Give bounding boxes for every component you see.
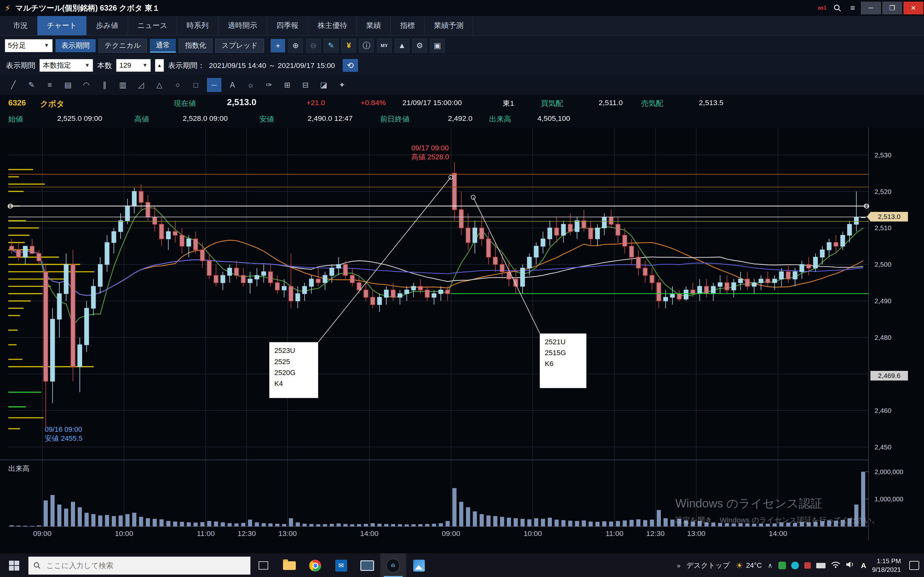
price-change: +21.0 — [306, 98, 325, 107]
screen-share-icon[interactable] — [354, 553, 380, 577]
file-explorer-icon — [283, 561, 296, 570]
maximize-button[interactable]: ❐ — [882, 2, 902, 15]
tab-1[interactable]: チャート — [37, 16, 87, 35]
tab-5[interactable]: 適時開示 — [218, 16, 267, 35]
freehand-tool-icon[interactable]: ✎ — [24, 78, 39, 92]
trading-app-icon: ılı — [386, 559, 400, 572]
high-annotation: 09/17 09:00高値 2528.0 — [411, 143, 449, 161]
draw-pencil-icon[interactable]: ✎ — [324, 39, 338, 52]
volume-tray-icon[interactable] — [846, 561, 855, 570]
svg-text:10:00: 10:00 — [523, 529, 542, 537]
svg-text:2,460: 2,460 — [875, 407, 892, 414]
rectangle-tool-icon[interactable]: □ — [189, 78, 204, 92]
tab-7[interactable]: 株主優待 — [309, 16, 357, 35]
hidden-icons-caret[interactable]: ∧ — [768, 562, 772, 569]
channel-tool-icon[interactable]: ∥ — [97, 78, 112, 92]
vlines-tool-icon[interactable]: ▥ — [115, 78, 130, 92]
photos-icon[interactable] — [406, 553, 432, 577]
minimize-button[interactable]: ─ — [861, 2, 881, 15]
tab-6[interactable]: 四季報 — [267, 16, 309, 35]
add-chart-icon[interactable]: ＋ — [270, 39, 285, 52]
chart-canvas[interactable]: 2,4502,4602,4702,4802,4902,5002,5102,520… — [0, 127, 924, 553]
tab-9[interactable]: 指標 — [391, 16, 425, 35]
copy-drawing-tool-icon[interactable]: ⊞ — [280, 78, 294, 92]
zoom-in-icon[interactable]: ⊕ — [288, 39, 303, 52]
technical-button[interactable]: テクニカル — [99, 39, 147, 52]
tab-0[interactable]: 市況 — [3, 16, 37, 35]
trendline-tool-icon[interactable]: ╱ — [6, 78, 21, 92]
ellipse-tool-icon[interactable]: ○ — [170, 78, 185, 92]
note-callout-2[interactable]: 2521U2515G K6 — [540, 334, 586, 388]
task-view-button[interactable] — [250, 553, 276, 577]
clear-all-tool-icon[interactable]: ✦ — [334, 78, 349, 92]
indexed-mode-button[interactable]: 指数化 — [179, 39, 212, 52]
toolbar-chevrons[interactable]: » — [677, 562, 680, 569]
search-input[interactable] — [45, 561, 246, 571]
battery-tray-icon[interactable] — [816, 563, 826, 568]
desktop-toolbar-label[interactable]: デスクトップ — [686, 561, 730, 570]
spread-mode-button[interactable]: スプレッド — [215, 39, 264, 52]
sync-tray-icon[interactable] — [791, 562, 799, 569]
svg-text:2,530: 2,530 — [875, 151, 892, 158]
fib-retrace-tool-icon[interactable]: ▤ — [61, 78, 75, 92]
normal-mode-button[interactable]: 通常 — [150, 39, 176, 53]
count-input[interactable]: 129▼ — [116, 59, 151, 72]
link-icon[interactable]: ∞1 — [814, 2, 830, 14]
display-period-button[interactable]: 表示期間 — [55, 39, 95, 52]
angle-tool-icon[interactable]: ◿ — [134, 78, 149, 92]
stock-name: クボタ — [40, 98, 65, 109]
tab-8[interactable]: 業績 — [357, 16, 391, 35]
zoom-out-icon[interactable]: ⊖ — [306, 39, 321, 52]
timeframe-select[interactable]: 5分足▼ — [5, 39, 53, 52]
windows-logo-icon — [9, 561, 19, 571]
icon-stamp-tool-icon[interactable]: ☼ — [243, 78, 258, 92]
wifi-tray-icon[interactable] — [831, 561, 840, 570]
tab-bar: 市況チャート歩み値ニュース時系列適時開示四季報株主優待業績指標業績予測 — [0, 16, 924, 36]
ime-indicator[interactable]: A — [861, 561, 866, 570]
hsegment-tool-icon[interactable]: ─ — [207, 78, 222, 92]
pin-tray-icon[interactable] — [804, 562, 811, 569]
paste-drawing-tool-icon[interactable]: ⊟ — [298, 78, 313, 92]
polygon-tool-icon[interactable]: △ — [152, 78, 167, 92]
reset-period-icon[interactable]: ⟲ — [342, 59, 358, 72]
settings-wrench-icon[interactable]: ⚙ — [412, 39, 427, 52]
temperature: 24°C — [746, 561, 762, 570]
yen-price-icon[interactable]: ¥ — [341, 39, 356, 52]
tab-2[interactable]: 歩み値 — [87, 16, 128, 35]
text-tool-icon[interactable]: A — [225, 78, 240, 92]
count-step-up[interactable]: ▲ — [155, 59, 164, 72]
eraser-tool-icon[interactable]: ◪ — [317, 78, 331, 92]
weather-widget[interactable]: ☀ 24°C — [736, 561, 762, 570]
my-chart-icon[interactable]: MY — [377, 39, 392, 52]
tab-4[interactable]: 時系列 — [177, 16, 218, 35]
arc-tool-icon[interactable]: ◠ — [79, 78, 94, 92]
file-explorer-icon[interactable] — [276, 553, 302, 577]
info-icon[interactable]: ⓘ — [359, 39, 374, 52]
close-button[interactable]: ✕ — [903, 2, 923, 15]
sun-icon: ☀ — [736, 561, 743, 570]
trading-app-icon[interactable]: ılı — [380, 553, 406, 577]
hlines-tool-icon[interactable]: ≡ — [42, 78, 57, 92]
chrome-icon[interactable] — [302, 553, 328, 577]
period-mode-select[interactable]: 本数指定▼ — [39, 59, 93, 72]
note-callout-1[interactable]: 2523U2525 2520GK4 — [269, 342, 318, 398]
notification-center-icon[interactable] — [909, 561, 919, 570]
svg-text:2,000,000: 2,000,000 — [875, 468, 903, 475]
clock-date: 9/18/2021 — [872, 566, 901, 574]
current-price-tag: 2,513.0 — [871, 212, 908, 221]
taskbar-clock[interactable]: 1:15 PM 9/18/2021 — [872, 557, 901, 574]
svg-text:09:00: 09:00 — [33, 529, 51, 537]
callout-tool-icon[interactable]: ✑ — [262, 78, 276, 92]
search-icon[interactable] — [830, 2, 845, 14]
svg-text:11:00: 11:00 — [197, 529, 215, 537]
tab-3[interactable]: ニュース — [128, 16, 177, 35]
start-button[interactable] — [0, 553, 28, 577]
chart-area[interactable]: 2,4502,4602,4702,4802,4902,5002,5102,520… — [0, 127, 924, 553]
mail-icon[interactable]: ✉ — [328, 553, 354, 577]
tab-10[interactable]: 業績予測 — [425, 16, 473, 35]
mountain-chart-icon[interactable]: ▲ — [395, 39, 409, 52]
taskbar-search[interactable] — [28, 556, 250, 575]
printer-icon[interactable]: ▣ — [430, 39, 445, 52]
shield-tray-icon[interactable] — [779, 562, 786, 569]
menu-icon[interactable]: ≡ — [845, 2, 861, 14]
